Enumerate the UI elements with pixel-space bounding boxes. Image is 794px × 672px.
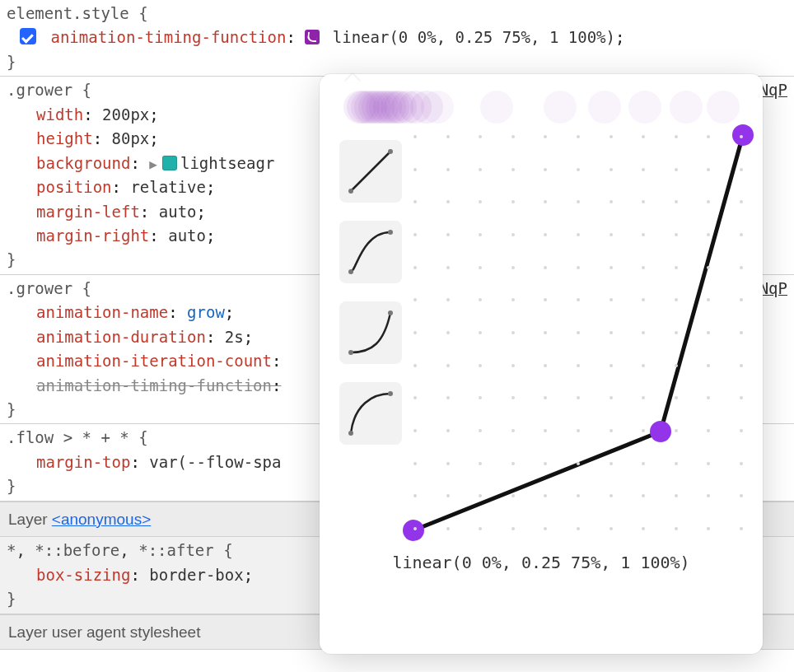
svg-point-1	[388, 149, 393, 154]
origin-link[interactable]: NqP	[759, 78, 787, 102]
curve-canvas[interactable]	[413, 135, 743, 530]
selector-inline: element.style	[7, 4, 129, 22]
rule-inline: element.style { animation-timing-functio…	[0, 0, 794, 77]
curve-handle[interactable]	[650, 421, 671, 442]
preset-ease-in[interactable]	[339, 301, 402, 364]
svg-point-4	[348, 350, 353, 355]
motion-preview-strip	[339, 89, 743, 127]
svg-point-2	[348, 269, 353, 274]
svg-point-3	[388, 230, 393, 235]
svg-point-7	[388, 391, 393, 396]
expand-caret-icon[interactable]: ▶	[149, 156, 157, 172]
curve-handle[interactable]	[403, 520, 424, 541]
curve-swatch-icon[interactable]	[305, 30, 320, 44]
decl-inline[interactable]: animation-timing-function: linear(0 0%, …	[7, 26, 787, 49]
preset-linear[interactable]	[339, 140, 402, 203]
curve-readout: linear(0 0%, 0.25 75%, 1 100%)	[339, 550, 743, 576]
svg-point-5	[388, 310, 393, 315]
curve-handle[interactable]	[732, 124, 754, 146]
enable-checkbox-icon[interactable]	[20, 28, 36, 44]
origin-link[interactable]: NqP	[759, 277, 787, 301]
timing-function-editor: linear(0 0%, 0.25 75%, 1 100%)	[320, 74, 763, 654]
svg-point-0	[348, 189, 353, 194]
preset-ease[interactable]	[339, 221, 402, 283]
layer-link[interactable]: <anonymous>	[52, 511, 151, 528]
svg-point-6	[348, 431, 353, 436]
preset-ease-out[interactable]	[339, 382, 402, 445]
color-swatch-icon[interactable]	[162, 156, 177, 170]
preset-list	[339, 135, 402, 445]
